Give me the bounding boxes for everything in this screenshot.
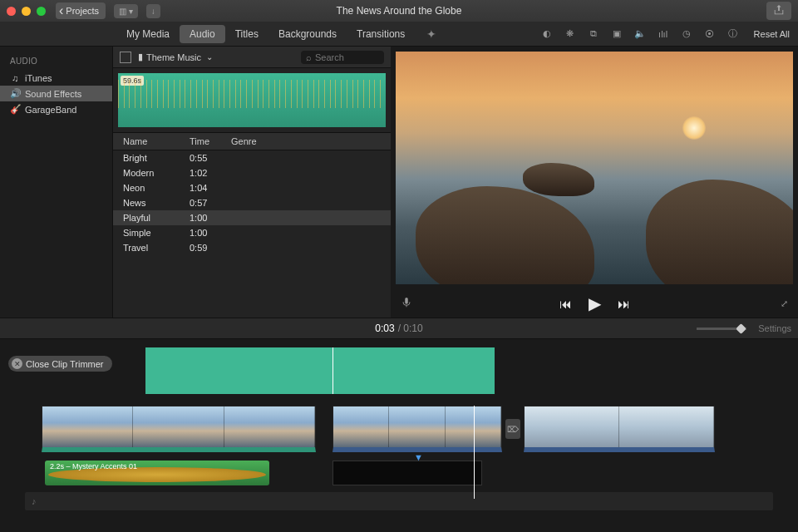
tab-my-media[interactable]: My Media bbox=[116, 25, 180, 43]
track-list-header: Name Time Genre bbox=[113, 132, 391, 150]
prev-button[interactable]: ⏮ bbox=[559, 297, 572, 311]
color-balance-icon[interactable]: ◐ bbox=[541, 28, 553, 39]
stabilization-icon[interactable]: ▣ bbox=[611, 28, 623, 39]
fullscreen-button[interactable]: ⤢ bbox=[781, 298, 788, 309]
track-row[interactable]: Playful1:00 bbox=[113, 210, 391, 225]
folder-icon: ▮ bbox=[138, 52, 143, 62]
track-row[interactable]: News0:57 bbox=[113, 195, 391, 210]
noise-eq-icon[interactable]: ılıl bbox=[658, 29, 669, 39]
audio-waveform-preview[interactable]: 59.6s bbox=[118, 73, 386, 127]
transition-badge[interactable]: ⌦ bbox=[505, 419, 520, 439]
crop-icon[interactable]: ⧉ bbox=[588, 28, 599, 39]
playback-time: 0:03 / 0:10 bbox=[375, 323, 422, 334]
close-clip-trimmer-button[interactable]: Close Clip Trimmer bbox=[8, 356, 112, 372]
playhead[interactable] bbox=[474, 406, 475, 499]
play-button[interactable]: ▶ bbox=[589, 293, 601, 313]
voiceover-button[interactable] bbox=[401, 297, 412, 310]
column-time[interactable]: Time bbox=[190, 136, 231, 146]
browser-breadcrumb[interactable]: ▮Theme Music bbox=[138, 52, 213, 62]
sidebar-item-itunes[interactable]: ♫iTunes bbox=[0, 71, 112, 86]
tab-titles[interactable]: Titles bbox=[225, 25, 268, 43]
sidebar-item-sound-effects[interactable]: 🔊Sound Effects bbox=[0, 86, 112, 101]
tab-transitions[interactable]: Transitions bbox=[347, 25, 415, 43]
zoom-slider[interactable] bbox=[697, 328, 746, 330]
tab-audio[interactable]: Audio bbox=[180, 25, 225, 43]
speaker-icon: 🔊 bbox=[10, 88, 20, 99]
color-correction-icon[interactable]: ❋ bbox=[564, 28, 576, 39]
reset-all-button[interactable]: Reset All bbox=[754, 29, 790, 39]
settings-button[interactable]: Settings bbox=[758, 323, 791, 333]
enhance-wand-button[interactable]: ✦ bbox=[426, 27, 436, 41]
back-to-projects-button[interactable]: Projects bbox=[56, 2, 106, 19]
video-clip-1[interactable] bbox=[42, 406, 316, 452]
search-icon: ⌕ bbox=[306, 52, 312, 62]
next-button[interactable]: ⏭ bbox=[618, 297, 630, 311]
background-music-track[interactable]: ♪ bbox=[25, 492, 773, 510]
tab-backgrounds[interactable]: Backgrounds bbox=[268, 25, 347, 43]
search-field[interactable] bbox=[315, 52, 365, 62]
import-button[interactable]: ↓ bbox=[146, 4, 160, 18]
track-row[interactable]: Modern1:02 bbox=[113, 165, 391, 180]
video-clip-2[interactable] bbox=[332, 406, 502, 452]
share-button[interactable] bbox=[766, 2, 791, 20]
zoom-window-button[interactable] bbox=[37, 7, 46, 16]
speed-icon[interactable]: ◷ bbox=[681, 28, 692, 39]
sidebar-header: AUDIO bbox=[0, 55, 112, 67]
effects-icon[interactable]: ⦿ bbox=[704, 29, 716, 39]
track-row[interactable]: Simple1:00 bbox=[113, 225, 391, 240]
gap-clip[interactable] bbox=[332, 461, 482, 485]
clip-trimmer-waveform[interactable] bbox=[145, 347, 495, 394]
music-note-icon: ♪ bbox=[32, 496, 37, 506]
list-grid-toggle[interactable] bbox=[120, 52, 131, 63]
microphone-icon bbox=[401, 297, 412, 308]
audio-clip[interactable]: 2.2s – Mystery Accents 01 bbox=[45, 461, 269, 485]
info-icon[interactable]: ⓘ bbox=[727, 27, 739, 40]
column-name[interactable]: Name bbox=[123, 136, 190, 146]
share-icon bbox=[773, 4, 785, 16]
timeline[interactable]: Close Clip Trimmer ⌦ 2.2s – Mystery Acce… bbox=[0, 339, 798, 532]
audio-sidebar: AUDIO ♫iTunes 🔊Sound Effects 🎸GarageBand bbox=[0, 47, 112, 318]
back-button-label: Projects bbox=[66, 6, 99, 16]
video-preview[interactable] bbox=[396, 52, 793, 284]
track-row[interactable]: Neon1:04 bbox=[113, 180, 391, 195]
library-view-segmented[interactable]: ▥ ▾ bbox=[114, 4, 138, 18]
track-row[interactable]: Travel0:59 bbox=[113, 240, 391, 255]
guitar-icon: 🎸 bbox=[10, 104, 20, 115]
volume-icon[interactable]: 🔈 bbox=[634, 28, 646, 39]
track-row[interactable]: Bright0:55 bbox=[113, 150, 391, 165]
column-genre[interactable]: Genre bbox=[231, 136, 381, 146]
sidebar-item-garageband[interactable]: 🎸GarageBand bbox=[0, 101, 112, 117]
minimize-window-button[interactable] bbox=[22, 7, 31, 16]
music-note-icon: ♫ bbox=[10, 73, 20, 83]
window-title: The News Around the Globe bbox=[337, 5, 462, 17]
close-window-button[interactable] bbox=[7, 7, 16, 16]
search-input[interactable]: ⌕ bbox=[301, 51, 384, 64]
track-list: Bright0:55Modern1:02Neon1:04News0:57Play… bbox=[113, 150, 391, 318]
video-clip-3[interactable] bbox=[524, 406, 715, 452]
